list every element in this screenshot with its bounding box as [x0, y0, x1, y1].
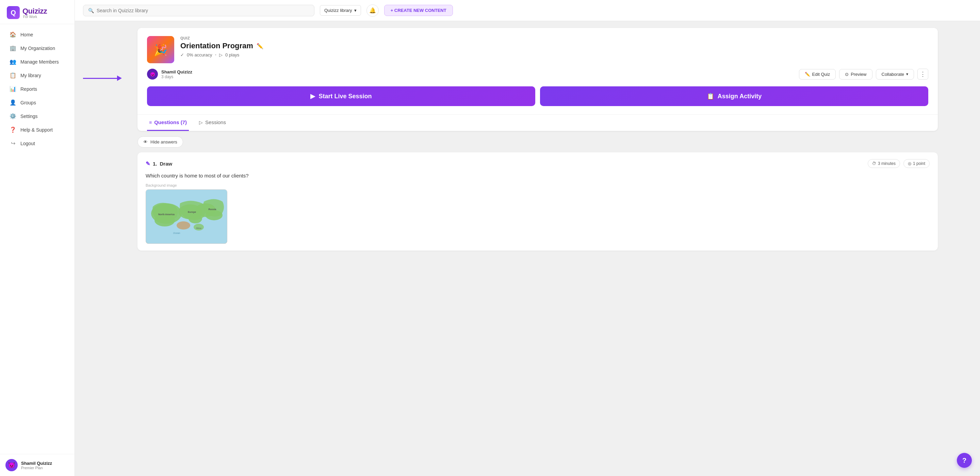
avatar-emoji: 😈	[8, 462, 15, 469]
question-label: 1.	[153, 161, 157, 167]
quiz-thumbnail: 🎉	[147, 36, 174, 63]
quiz-meta-row: 🎉 QUIZ Orientation Program ✏️ ✓ 0%	[147, 36, 928, 63]
sidebar-nav: 🏠 Home 🏢 My Organization 👥 Manage Member…	[0, 24, 75, 454]
sidebar-footer: 😈 Shamil Quizizz Premier Plan	[0, 454, 75, 476]
svg-text:Ocean: Ocean	[173, 232, 180, 234]
author-details: Shamil Quizizz 3 days	[161, 69, 192, 79]
sidebar-item-help[interactable]: ❓ Help & Support	[3, 123, 72, 136]
svg-text:Africa: Africa	[196, 227, 202, 229]
question-type-label: Draw	[160, 161, 172, 167]
more-options-button[interactable]: ⋮	[917, 69, 928, 79]
quiz-card: 🎉 QUIZ Orientation Program ✏️ ✓ 0%	[137, 28, 938, 131]
quiz-details: QUIZ Orientation Program ✏️ ✓ 0% accurac…	[180, 36, 928, 57]
content-area: 🎉 QUIZ Orientation Program ✏️ ✓ 0%	[75, 21, 980, 476]
tab-questions[interactable]: ≡ Questions (7)	[147, 114, 189, 131]
avatar: 😈	[5, 459, 18, 471]
preview-button[interactable]: ⊙ Preview	[839, 69, 872, 79]
below-card: 👁 Hide answers ✎ 1. Draw ⏱ 3 minutes	[137, 136, 938, 251]
author-name: Shamil Quizizz	[161, 69, 192, 75]
author-time: 3 days	[161, 75, 192, 79]
library-label: Quizizz library	[324, 8, 352, 13]
play-icon: ▶	[310, 92, 315, 100]
sidebar-item-reports[interactable]: 📊 Reports	[3, 82, 72, 95]
stat-separator: •	[215, 52, 216, 57]
quiz-title: Orientation Program	[180, 41, 253, 50]
sidebar-item-label: Manage Members	[21, 59, 59, 65]
search-bar[interactable]: 🔍	[83, 5, 314, 16]
question-type-icon: ✎	[146, 160, 150, 167]
preview-icon: ⊙	[845, 72, 849, 77]
accuracy-icon: ✓	[180, 52, 184, 57]
quiz-tabs: ≡ Questions (7) ▷ Sessions	[137, 114, 938, 131]
edit-quiz-button[interactable]: ✏️ Edit Quiz	[799, 69, 836, 79]
tab-questions-label: Questions (7)	[154, 119, 187, 125]
svg-text:North America: North America	[158, 213, 175, 216]
time-badge: ⏱ 3 minutes	[868, 159, 900, 168]
organization-icon: 🏢	[10, 45, 16, 51]
collaborate-chevron-icon: ▾	[906, 72, 908, 76]
library-icon: 📋	[10, 72, 16, 79]
svg-point-9	[177, 221, 190, 230]
arrow-area	[83, 28, 130, 469]
quiz-header-section: 🎉 QUIZ Orientation Program ✏️ ✓ 0%	[137, 28, 938, 86]
groups-icon: 👤	[10, 99, 16, 106]
plays-value: 0 plays	[225, 52, 239, 57]
quiz-type-label: QUIZ	[180, 36, 928, 40]
assign-activity-button[interactable]: 📋 Assign Activity	[540, 86, 928, 106]
question-card: ✎ 1. Draw ⏱ 3 minutes ◎ 1 point	[137, 152, 938, 251]
user-info: Shamil Quizizz Premier Plan	[21, 461, 52, 470]
notifications-button[interactable]: 🔔	[366, 5, 379, 17]
sidebar-item-label: Logout	[21, 141, 35, 146]
quiz-author-row: 😈 Shamil Quizizz 3 days ✏️ Edit Quiz	[147, 69, 928, 79]
sidebar-item-manage-members[interactable]: 👥 Manage Members	[3, 55, 72, 68]
help-fab-button[interactable]: ?	[957, 453, 972, 468]
settings-icon: ⚙️	[10, 113, 16, 119]
more-dots-icon: ⋮	[920, 70, 926, 78]
start-live-session-button[interactable]: ▶ Start Live Session	[147, 86, 535, 106]
search-input[interactable]	[97, 8, 309, 13]
sidebar-item-label: Help & Support	[21, 127, 53, 133]
collaborate-button[interactable]: Collaborate ▾	[876, 69, 914, 79]
question-header: ✎ 1. Draw ⏱ 3 minutes ◎ 1 point	[146, 159, 930, 168]
help-icon: ❓	[10, 127, 16, 133]
sessions-tab-icon: ▷	[199, 120, 203, 125]
sidebar-item-label: Groups	[21, 100, 36, 105]
search-icon: 🔍	[88, 8, 94, 13]
sidebar-item-my-organization[interactable]: 🏢 My Organization	[3, 41, 72, 55]
edit-title-icon[interactable]: ✏️	[256, 43, 263, 49]
edit-quiz-icon: ✏️	[805, 72, 810, 77]
play-icon: ▷	[219, 52, 223, 57]
chevron-down-icon: ▾	[354, 8, 356, 13]
clock-icon: ⏱	[872, 161, 876, 166]
members-icon: 👥	[10, 59, 16, 65]
reports-icon: 📊	[10, 86, 16, 92]
library-selector[interactable]: Quizizz library ▾	[320, 5, 361, 16]
sidebar-item-label: My Organization	[21, 46, 55, 51]
tab-sessions[interactable]: ▷ Sessions	[197, 114, 228, 131]
accuracy-value: 0% accuracy	[187, 52, 212, 57]
question-number: ✎ 1. Draw	[146, 160, 172, 167]
logo-icon: Q	[7, 6, 20, 19]
svg-text:🎉: 🎉	[154, 43, 167, 56]
sidebar-item-logout[interactable]: ↪ Logout	[3, 137, 72, 150]
bell-icon: 🔔	[369, 7, 376, 14]
question-meta: ⏱ 3 minutes ◎ 1 point	[868, 159, 930, 168]
arrow-head	[117, 76, 122, 81]
logout-icon: ↪	[10, 140, 16, 146]
sidebar-item-my-library[interactable]: 📋 My library	[3, 69, 72, 82]
header: 🔍 Quizizz library ▾ 🔔 + CREATE NEW CONTE…	[75, 0, 980, 21]
sidebar-item-groups[interactable]: 👤 Groups	[3, 96, 72, 109]
sidebar-item-home[interactable]: 🏠 Home	[3, 28, 72, 41]
user-name: Shamil Quizizz	[21, 461, 52, 466]
quiz-main: 🎉 QUIZ Orientation Program ✏️ ✓ 0%	[137, 28, 938, 469]
main-area: 🔍 Quizizz library ▾ 🔔 + CREATE NEW CONTE…	[75, 0, 980, 476]
create-content-button[interactable]: + CREATE NEW CONTENT	[384, 5, 453, 16]
arrow-line	[83, 78, 117, 79]
help-fab-label: ?	[962, 457, 966, 465]
home-icon: 🏠	[10, 31, 16, 38]
logo-name: Quizizz	[22, 7, 47, 16]
hide-answers-button[interactable]: 👁 Hide answers	[137, 136, 183, 148]
purple-arrow	[83, 76, 122, 81]
points-icon: ◎	[908, 161, 911, 166]
sidebar-item-settings[interactable]: ⚙️ Settings	[3, 109, 72, 123]
